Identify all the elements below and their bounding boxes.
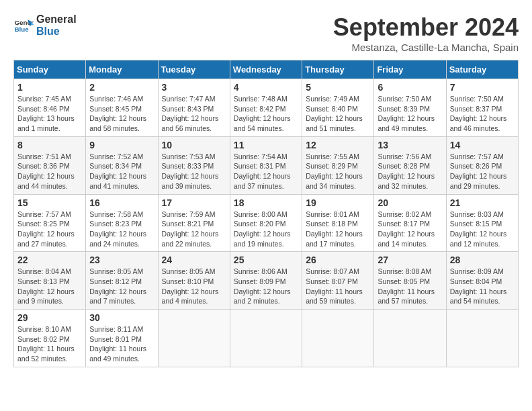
col-header-saturday: Saturday <box>446 60 518 79</box>
day-cell-2: 2Sunrise: 7:46 AMSunset: 8:45 PMDaylight… <box>86 79 158 137</box>
day-info: Sunrise: 7:47 AMSunset: 8:43 PMDaylight:… <box>162 94 226 134</box>
day-info: Sunrise: 7:46 AMSunset: 8:45 PMDaylight:… <box>89 94 154 134</box>
day-cell-28: 28Sunrise: 8:09 AMSunset: 8:04 PMDayligh… <box>446 252 518 310</box>
day-cell-20: 20Sunrise: 8:02 AMSunset: 8:17 PMDayligh… <box>374 194 446 252</box>
day-info: Sunrise: 7:51 AMSunset: 8:36 PMDaylight:… <box>17 152 82 191</box>
empty-cell <box>446 310 518 367</box>
logo-icon: General Blue <box>13 15 34 36</box>
location: Mestanza, Castille-La Mancha, Spain <box>333 42 519 53</box>
day-cell-25: 25Sunrise: 8:06 AMSunset: 8:09 PMDayligh… <box>230 252 302 310</box>
day-cell-27: 27Sunrise: 8:08 AMSunset: 8:05 PMDayligh… <box>374 252 446 310</box>
day-number: 27 <box>378 255 442 265</box>
day-cell-16: 16Sunrise: 7:58 AMSunset: 8:23 PMDayligh… <box>86 194 158 252</box>
empty-cell <box>158 310 230 367</box>
page-header: General Blue General Blue September 2024… <box>13 13 519 53</box>
day-info: Sunrise: 7:50 AMSunset: 8:37 PMDaylight:… <box>450 94 515 134</box>
day-number: 12 <box>306 140 370 150</box>
day-number: 13 <box>378 140 442 150</box>
calendar-week-1: 1Sunrise: 7:45 AMSunset: 8:46 PMDaylight… <box>14 79 519 137</box>
day-number: 29 <box>17 312 82 323</box>
day-number: 16 <box>89 197 154 208</box>
day-info: Sunrise: 8:01 AMSunset: 8:18 PMDaylight:… <box>306 210 370 249</box>
day-number: 1 <box>17 82 82 93</box>
day-info: Sunrise: 7:57 AMSunset: 8:26 PMDaylight:… <box>450 152 515 191</box>
day-number: 15 <box>17 197 82 208</box>
calendar-table: SundayMondayTuesdayWednesdayThursdayFrid… <box>13 60 519 367</box>
calendar-week-2: 8Sunrise: 7:51 AMSunset: 8:36 PMDaylight… <box>14 136 519 194</box>
day-info: Sunrise: 8:10 AMSunset: 8:02 PMDaylight:… <box>17 324 82 364</box>
day-number: 7 <box>450 82 515 93</box>
col-header-thursday: Thursday <box>302 60 374 79</box>
day-number: 10 <box>162 140 226 150</box>
day-cell-9: 9Sunrise: 7:52 AMSunset: 8:34 PMDaylight… <box>86 136 158 194</box>
day-number: 9 <box>89 140 154 150</box>
day-info: Sunrise: 8:00 AMSunset: 8:20 PMDaylight:… <box>234 210 298 249</box>
day-info: Sunrise: 7:52 AMSunset: 8:34 PMDaylight:… <box>89 152 154 191</box>
day-number: 24 <box>162 255 226 265</box>
empty-cell <box>374 310 446 367</box>
day-number: 30 <box>89 312 154 323</box>
day-cell-6: 6Sunrise: 7:50 AMSunset: 8:39 PMDaylight… <box>374 79 446 137</box>
svg-text:Blue: Blue <box>15 26 30 33</box>
day-cell-5: 5Sunrise: 7:49 AMSunset: 8:40 PMDaylight… <box>302 79 374 137</box>
month-title: September 2024 <box>333 13 519 42</box>
day-cell-29: 29Sunrise: 8:10 AMSunset: 8:02 PMDayligh… <box>14 310 86 367</box>
day-cell-7: 7Sunrise: 7:50 AMSunset: 8:37 PMDaylight… <box>446 79 518 137</box>
day-number: 14 <box>450 140 515 150</box>
day-cell-24: 24Sunrise: 8:05 AMSunset: 8:10 PMDayligh… <box>158 252 230 310</box>
day-cell-30: 30Sunrise: 8:11 AMSunset: 8:01 PMDayligh… <box>86 310 158 367</box>
day-cell-23: 23Sunrise: 8:05 AMSunset: 8:12 PMDayligh… <box>86 252 158 310</box>
day-info: Sunrise: 7:49 AMSunset: 8:40 PMDaylight:… <box>306 94 370 134</box>
day-info: Sunrise: 7:55 AMSunset: 8:29 PMDaylight:… <box>306 152 370 191</box>
col-header-monday: Monday <box>86 60 158 79</box>
day-info: Sunrise: 8:07 AMSunset: 8:07 PMDaylight:… <box>306 267 370 306</box>
col-header-tuesday: Tuesday <box>158 60 230 79</box>
day-number: 20 <box>378 197 442 208</box>
day-info: Sunrise: 8:11 AMSunset: 8:01 PMDaylight:… <box>89 324 154 364</box>
day-info: Sunrise: 7:58 AMSunset: 8:23 PMDaylight:… <box>89 210 154 249</box>
day-cell-18: 18Sunrise: 8:00 AMSunset: 8:20 PMDayligh… <box>230 194 302 252</box>
day-number: 19 <box>306 197 370 208</box>
day-number: 8 <box>17 140 82 150</box>
col-header-friday: Friday <box>374 60 446 79</box>
day-info: Sunrise: 8:05 AMSunset: 8:10 PMDaylight:… <box>162 267 226 306</box>
day-cell-12: 12Sunrise: 7:55 AMSunset: 8:29 PMDayligh… <box>302 136 374 194</box>
day-info: Sunrise: 7:50 AMSunset: 8:39 PMDaylight:… <box>378 94 442 134</box>
day-number: 5 <box>306 82 370 93</box>
day-number: 17 <box>162 197 226 208</box>
calendar-week-3: 15Sunrise: 7:57 AMSunset: 8:25 PMDayligh… <box>14 194 519 252</box>
calendar-week-4: 22Sunrise: 8:04 AMSunset: 8:13 PMDayligh… <box>14 252 519 310</box>
logo: General Blue General Blue <box>13 13 77 38</box>
day-number: 3 <box>162 82 226 93</box>
day-cell-10: 10Sunrise: 7:53 AMSunset: 8:33 PMDayligh… <box>158 136 230 194</box>
day-number: 26 <box>306 255 370 265</box>
day-number: 18 <box>234 197 298 208</box>
day-cell-8: 8Sunrise: 7:51 AMSunset: 8:36 PMDaylight… <box>14 136 86 194</box>
day-info: Sunrise: 7:45 AMSunset: 8:46 PMDaylight:… <box>17 94 82 134</box>
day-number: 6 <box>378 82 442 93</box>
day-number: 25 <box>234 255 298 265</box>
day-number: 23 <box>89 255 154 265</box>
day-info: Sunrise: 7:56 AMSunset: 8:28 PMDaylight:… <box>378 152 442 191</box>
day-info: Sunrise: 8:06 AMSunset: 8:09 PMDaylight:… <box>234 267 298 306</box>
day-cell-19: 19Sunrise: 8:01 AMSunset: 8:18 PMDayligh… <box>302 194 374 252</box>
day-number: 21 <box>450 197 515 208</box>
day-info: Sunrise: 8:04 AMSunset: 8:13 PMDaylight:… <box>17 267 82 306</box>
day-number: 22 <box>17 255 82 265</box>
day-cell-1: 1Sunrise: 7:45 AMSunset: 8:46 PMDaylight… <box>14 79 86 137</box>
day-cell-26: 26Sunrise: 8:07 AMSunset: 8:07 PMDayligh… <box>302 252 374 310</box>
day-cell-21: 21Sunrise: 8:03 AMSunset: 8:15 PMDayligh… <box>446 194 518 252</box>
empty-cell <box>302 310 374 367</box>
logo-blue: Blue <box>36 26 77 38</box>
day-info: Sunrise: 7:57 AMSunset: 8:25 PMDaylight:… <box>17 210 82 249</box>
day-number: 28 <box>450 255 515 265</box>
day-info: Sunrise: 7:53 AMSunset: 8:33 PMDaylight:… <box>162 152 226 191</box>
col-header-sunday: Sunday <box>14 60 86 79</box>
title-area: September 2024 Mestanza, Castille-La Man… <box>333 13 519 53</box>
day-cell-3: 3Sunrise: 7:47 AMSunset: 8:43 PMDaylight… <box>158 79 230 137</box>
day-cell-15: 15Sunrise: 7:57 AMSunset: 8:25 PMDayligh… <box>14 194 86 252</box>
day-cell-13: 13Sunrise: 7:56 AMSunset: 8:28 PMDayligh… <box>374 136 446 194</box>
day-cell-14: 14Sunrise: 7:57 AMSunset: 8:26 PMDayligh… <box>446 136 518 194</box>
empty-cell <box>230 310 302 367</box>
day-cell-22: 22Sunrise: 8:04 AMSunset: 8:13 PMDayligh… <box>14 252 86 310</box>
